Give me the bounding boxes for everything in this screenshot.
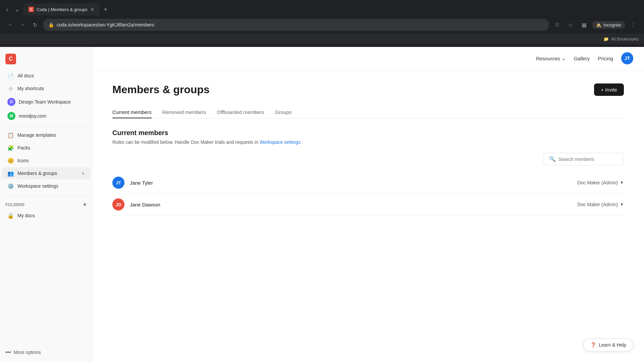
page-header: Members & groups + Invite [112,83,624,96]
packs-icon: 🧩 [7,144,14,151]
gallery-nav-item[interactable]: Gallery [574,56,590,61]
search-bar-container: 🔍 [112,153,624,165]
sidebar-item-label: My docs [17,213,85,218]
workspace-settings-link[interactable]: Workspace settings [260,139,301,145]
sidebar-item-my-docs[interactable]: 🔒 My docs [2,209,90,222]
tab-current-members[interactable]: Current members [112,107,152,118]
sidebar-item-members-groups[interactable]: 👥 Members & groups + [2,167,90,179]
url-text: coda.io/workspaces/ws-YgKJ8fam2a/members [57,22,154,27]
user-avatar[interactable]: JT [621,52,633,64]
bookmark-star-icon[interactable]: ☆ [565,19,576,30]
workspace-settings-icon: ⚙️ [7,183,14,189]
gallery-label: Gallery [574,56,590,61]
sidebar-item-label: Design Team Workspace [19,99,85,105]
bookmark-folder-icon: 📁 [603,37,609,42]
jane-tyler-role-dropdown[interactable]: Doc Maker (Admin) ▼ [578,180,624,185]
sidebar-item-design-team[interactable]: D Design Team Workspace [2,95,90,109]
sidebar-divider-2 [4,195,88,196]
section-desc-prefix: Roles can be modified below. Handle Doc … [112,139,260,145]
tab-list-button[interactable]: ⌄ [13,4,22,14]
folders-label: FOLDERS [5,202,24,207]
sidebar: C 📄 All docs ☆ My shortcuts D Design Tea… [0,47,92,362]
more-options[interactable]: ••• More options [0,347,92,358]
new-tab-button[interactable]: + [101,5,110,14]
toolbar: ← → ↻ 🔒 coda.io/workspaces/ws-YgKJ8fam2a… [0,16,644,34]
jane-dawson-name: Jane Dawson [130,202,578,207]
jane-dawson-avatar: JD [112,198,124,210]
back-button[interactable]: ‹ [4,5,10,14]
address-bar[interactable]: 🔒 coda.io/workspaces/ws-YgKJ8fam2a/membe… [43,19,549,31]
tab-close-button[interactable]: ✕ [90,7,94,12]
more-options-icon[interactable]: ⋮ [628,19,639,30]
sidebar-item-label: Manage templates [17,132,85,138]
role-caret-icon: ▼ [620,202,624,207]
jane-dawson-role-dropdown[interactable]: Doc Maker (Admin) ▼ [578,202,624,207]
section-description: Roles can be modified below. Handle Doc … [112,139,624,145]
design-team-badge: D [7,98,15,106]
shortcuts-icon: ☆ [7,85,14,92]
tab-removed-members[interactable]: Removed members [162,107,206,118]
tab-offboarded-members[interactable]: Offboarded members [217,107,264,118]
sidebar-item-label: moodjoy.com [19,113,85,119]
coda-logo[interactable]: C [5,54,16,64]
active-tab[interactable]: C Coda | Members & groups ✕ [23,3,100,15]
search-input[interactable] [558,157,618,162]
sidebar-item-label: All docs [17,73,85,78]
section-desc-suffix: . [302,139,303,145]
pricing-label: Pricing [598,56,613,61]
folders-section-header: FOLDERS + [0,198,92,209]
sidebar-item-label: Members & groups [17,171,78,176]
sidebar-item-packs[interactable]: 🧩 Packs [2,142,90,154]
sidebar-item-label: Icons [17,158,85,163]
back-nav-button[interactable]: ← [5,19,16,30]
browser-chrome: ‹ ⌄ C Coda | Members & groups ✕ + ← → ↻ … [0,0,644,47]
resources-label: Resources [536,56,560,61]
icons-icon: 😊 [7,157,14,164]
all-docs-icon: 📄 [7,72,14,79]
invite-button[interactable]: + Invite [594,83,624,96]
search-icon: 🔍 [549,156,556,162]
bookmarks-bar: 📁 All Bookmarks [0,34,644,44]
learn-help-button[interactable]: ❓ Learn & Help [583,339,633,351]
incognito-label: Incognito [603,22,621,27]
sidebar-item-label: Workspace settings [17,183,85,189]
page-title: Members & groups [112,83,210,96]
sidebar-toggle-icon[interactable]: ▦ [579,19,589,30]
learn-help-icon: ❓ [590,342,596,348]
sidebar-item-moodjoy[interactable]: M moodjoy.com [2,109,90,123]
members-groups-icon: 👥 [7,170,14,177]
eye-slash-icon[interactable]: 👁̸ [552,19,562,30]
add-member-button[interactable]: + [82,171,85,176]
jane-tyler-avatar: JT [112,177,124,189]
sidebar-item-manage-templates[interactable]: 📋 Manage templates [2,129,90,141]
reload-button[interactable]: ↻ [30,19,40,30]
search-bar[interactable]: 🔍 [543,153,624,165]
bookmarks-label: All Bookmarks [611,37,639,42]
resources-chevron-icon: ⌄ [561,55,566,61]
jane-dawson-role-label: Doc Maker (Admin) [578,202,618,207]
member-row: JD Jane Dawson Doc Maker (Admin) ▼ [112,194,624,216]
all-bookmarks-item[interactable]: 📁 All Bookmarks [603,37,639,42]
tab-groups[interactable]: Groups [275,107,291,118]
learn-help-label: Learn & Help [599,342,626,348]
more-options-icon: ••• [5,349,11,355]
forward-nav-button[interactable]: → [17,19,28,30]
sidebar-item-workspace-settings[interactable]: ⚙️ Workspace settings [2,180,90,192]
sidebar-item-label: My shortcuts [17,86,85,91]
sidebar-item-my-shortcuts[interactable]: ☆ My shortcuts [2,82,90,95]
sidebar-item-label: Packs [17,145,85,150]
my-docs-icon: 🔒 [7,212,14,219]
tab-title: Coda | Members & groups [37,7,88,12]
page-content: Members & groups + Invite Current member… [92,70,644,362]
sidebar-item-icons[interactable]: 😊 Icons [2,155,90,167]
main-content: Resources ⌄ Gallery Pricing JT Members &… [92,47,644,362]
add-folder-button[interactable]: + [83,201,87,208]
jane-tyler-name: Jane Tyler [130,180,578,186]
member-row: JT Jane Tyler Doc Maker (Admin) ▼ [112,172,624,194]
section-title: Current members [112,129,624,137]
pricing-nav-item[interactable]: Pricing [598,56,613,61]
resources-nav-item[interactable]: Resources ⌄ [536,55,566,61]
sidebar-item-all-docs[interactable]: 📄 All docs [2,70,90,82]
sidebar-logo: C [0,51,92,70]
tab-favicon: C [29,7,34,12]
